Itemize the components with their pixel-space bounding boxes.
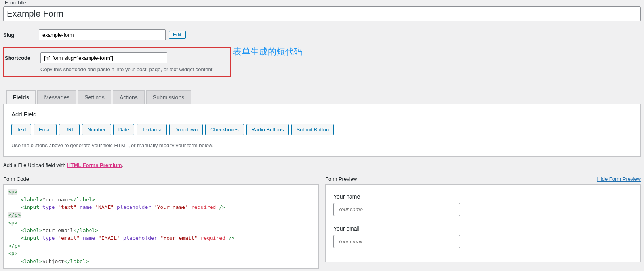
- tab-messages[interactable]: Messages: [37, 90, 76, 104]
- edit-slug-button[interactable]: Edit: [169, 31, 186, 39]
- field-type-url-button[interactable]: URL: [59, 124, 80, 135]
- upload-note-suffix: .: [122, 162, 124, 168]
- shortcode-highlight-box: Shortcode Copy this shortcode and paste …: [3, 47, 231, 77]
- field-type-email-button[interactable]: Email: [34, 124, 57, 135]
- shortcode-input[interactable]: [40, 52, 167, 63]
- form-code-editor[interactable]: <p> <label>Your name</label> <input type…: [3, 184, 319, 269]
- shortcode-help-text: Copy this shortcode and paste it into yo…: [40, 66, 230, 72]
- form-preview-box: Your nameYour email: [325, 184, 641, 262]
- slug-row: Slug Edit: [3, 29, 641, 40]
- form-title-input[interactable]: [3, 6, 641, 21]
- form-code-title: Form Code: [3, 176, 29, 182]
- field-type-dropdown-button[interactable]: Dropdown: [169, 124, 203, 135]
- field-type-text-button[interactable]: Text: [11, 124, 31, 135]
- preview-label: Your email: [333, 226, 633, 232]
- field-type-checkboxes-button[interactable]: Checkboxes: [205, 124, 244, 135]
- upload-note: Add a File Upload field with HTML Forms …: [3, 162, 641, 168]
- form-code-column: Form Code <p> <label>Your name</label> <…: [3, 176, 319, 269]
- field-buttons-row: TextEmailURLNumberDateTextareaDropdownCh…: [11, 124, 633, 135]
- form-preview-column: Form Preview Hide Form Preview Your name…: [325, 176, 641, 269]
- field-type-textarea-button[interactable]: Textarea: [137, 124, 167, 135]
- slug-label: Slug: [3, 32, 39, 38]
- tabs-nav: FieldsMessagesSettingsActionsSubmissions: [3, 90, 641, 104]
- add-field-panel: Add Field TextEmailURLNumberDateTextarea…: [3, 104, 641, 157]
- premium-link[interactable]: HTML Forms Premium: [67, 162, 122, 168]
- tab-submissions[interactable]: Submissions: [146, 90, 191, 104]
- add-field-help: Use the buttons above to generate your f…: [11, 142, 633, 148]
- add-field-title: Add Field: [11, 111, 633, 117]
- form-preview-title: Form Preview: [325, 176, 357, 182]
- field-type-number-button[interactable]: Number: [82, 124, 111, 135]
- field-type-date-button[interactable]: Date: [113, 124, 134, 135]
- preview-input[interactable]: [333, 235, 460, 248]
- preview-label: Your name: [333, 193, 633, 200]
- field-type-submit-button-button[interactable]: Submit Button: [291, 124, 334, 135]
- annotation-text: 表单生成的短代码: [233, 46, 303, 58]
- tab-settings[interactable]: Settings: [78, 90, 111, 104]
- field-type-radio-buttons-button[interactable]: Radio Buttons: [246, 124, 289, 135]
- hide-preview-link[interactable]: Hide Form Preview: [597, 176, 641, 182]
- form-title-label: Form Title: [3, 0, 641, 6]
- shortcode-label: Shortcode: [5, 55, 40, 61]
- tab-actions[interactable]: Actions: [113, 90, 145, 104]
- preview-input[interactable]: [333, 203, 460, 216]
- slug-input[interactable]: [39, 29, 166, 40]
- tab-fields[interactable]: Fields: [6, 90, 36, 104]
- upload-note-prefix: Add a File Upload field with: [3, 162, 67, 168]
